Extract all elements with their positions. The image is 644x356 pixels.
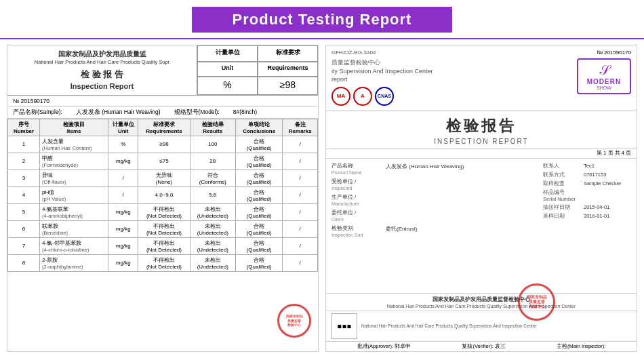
th-req: 标准要求Requirements (138, 119, 190, 136)
val-checker: Sample Checker (584, 180, 621, 187)
brand-box: 𝒮 MODERN SHOW (577, 58, 631, 94)
left-seal: 国家发制品质量监督检验中心 (277, 304, 311, 338)
cell-result: 符合(Conforms) (190, 170, 235, 186)
info-row-inspected: 受检单位 /Inspected (331, 178, 538, 191)
cell-remark: / (283, 220, 318, 237)
label-sort: 检验类别Inspection Sort (331, 225, 386, 238)
cell-item: 4-氯-邻甲基苯胺(4-chloro-o-toluidine) (40, 237, 108, 254)
right-org-footer: 国家发制品及护发用品质量监督检验中心 National Hair Product… (326, 293, 637, 311)
sign-approver: 批准(Approver): 郭卓申 (357, 343, 411, 350)
doc-number: № 201590170 (7, 96, 318, 107)
cell-unit: / (108, 170, 138, 186)
value-manufacturer (386, 194, 387, 200)
cell-item: pH值(pH Value) (40, 186, 108, 203)
sample-value: 人发发条 (Human Hair Weaving) (76, 108, 161, 117)
sidebar-phone: 联系方式 07617153 (543, 172, 631, 178)
right-cn-title: 检验报告 (326, 116, 637, 136)
sidebar-contact: 联系人 Tec1 (543, 163, 631, 170)
main-content: 国家发制品及护发用品质量监 National Hair Products And… (0, 39, 644, 356)
right-org-info: GFHZJZ-BG-3404 质量监督检验中心 ity Supervision … (331, 50, 479, 106)
right-info-area: 产品名称Product Name 人发发条 (Human Hair Weavin… (331, 163, 538, 289)
cell-item: 4-氨基联苯(4-aminobiphenyl) (40, 203, 108, 220)
cell-num: 3 (8, 170, 40, 186)
th-num: 序号Number (8, 119, 40, 136)
logo-cnas: CNAS (375, 87, 394, 106)
value-inspected (386, 178, 387, 184)
cell-conc: 合格(Qualified) (235, 237, 283, 254)
cell-result: 未检出(Undetected) (190, 203, 235, 220)
sidebar-checker: 取样检查 Sample Checker (543, 180, 631, 187)
right-document: GFHZJZ-BG-3404 质量监督检验中心 ity Supervision … (325, 45, 637, 352)
cell-req: 不得检出(Not Detected) (138, 203, 190, 220)
cell-conc: 合格(Qualified) (235, 186, 283, 203)
right-en-title: INSPECTION REPORT (326, 138, 637, 145)
th-result: 检验结果Results (190, 119, 235, 136)
qr-code: ▪▪▪ (331, 313, 357, 339)
cell-result: 未检出(Undetected) (190, 237, 235, 254)
cell-unit: mg/kg (108, 203, 138, 220)
cell-item: 异味(Off-flavor) (40, 170, 108, 186)
cell-num: 6 (8, 220, 40, 237)
table-row: 6 联苯胺(Benzidine) mg/kg 不得检出(Not Detected… (8, 220, 318, 237)
value-client (386, 210, 387, 216)
sign-verifier: 复核(Verifier): 袁三 (462, 343, 506, 350)
info-row-sort: 检验类别Inspection Sort 委托(Entrust) (331, 225, 538, 238)
cell-unit: / (108, 186, 138, 203)
cell-remark: / (283, 170, 318, 186)
cell-req: 不得检出(Not Detected) (138, 220, 190, 237)
right-org-id: GFHZJZ-BG-3404 (331, 50, 479, 56)
right-footer-area: ▪▪▪ National Hair Products And Hair Care… (326, 311, 637, 341)
val-contact: Tec1 (584, 163, 595, 170)
doc-unit-area: 计量单位 标准要求 Unit Requirements % ≥98 (197, 45, 318, 95)
logo-a: A (353, 87, 372, 106)
label-checker: 取样检查 (543, 180, 584, 187)
table-row: 8 2-萘胺(2-naphthylamine) mg/kg 不得检出(Not D… (8, 254, 318, 271)
inspection-table: 序号Number 检验项目Items 计量单位Unit 标准要求Requirem… (7, 119, 318, 272)
label-serial: 样品编号Serial Number (543, 189, 584, 202)
req-value: ≥98 (258, 77, 318, 95)
cell-result: 100 (190, 136, 235, 153)
doc-cn-title: 国家发制品及护发用品质量监 (13, 50, 191, 59)
info-row-product: 产品名称Product Name 人发发条 (Human Hair Weavin… (331, 163, 538, 176)
unit-label-en: Unit (197, 62, 258, 76)
cell-num: 7 (8, 237, 40, 254)
brand-icon: 𝒮 (599, 62, 609, 78)
model-label: 规格型号(Model): (174, 108, 220, 117)
cell-item: 甲醛(Formaldehyde) (40, 153, 108, 170)
cell-remark: / (283, 254, 318, 271)
cell-conc: 合格(Qualified) (235, 254, 283, 271)
cell-item: 联苯胺(Benzidine) (40, 220, 108, 237)
right-logos: MA A CNAS (331, 87, 420, 106)
brand-sub: SHOW (597, 85, 611, 90)
val-receive-date: 2016-01-01 (584, 213, 609, 220)
val-serial (584, 189, 585, 202)
cell-unit: mg/kg (108, 254, 138, 271)
label-product: 产品名称Product Name (331, 163, 386, 176)
label-phone: 联系方式 (543, 172, 584, 178)
model-value: 8#(8inch) (233, 108, 257, 117)
sign-row: 批准(Approver): 郭卓申 复核(Verifier): 袁三 主检(Ma… (326, 341, 637, 351)
logo-ma: MA (331, 87, 350, 106)
footer-address: National Hair Products And Hair Care Pro… (361, 323, 631, 330)
right-doc-top: GFHZJZ-BG-3404 质量监督检验中心 ity Supervision … (326, 45, 637, 111)
cell-req: 不得检出(Not Detected) (138, 254, 190, 271)
unit-value: % (197, 77, 258, 95)
cell-remark: / (283, 186, 318, 203)
table-row: 1 人发含量(Human Hair Content) % ≥98 100 合格(… (8, 136, 318, 153)
cell-req: 4.0~9.0 (138, 186, 190, 203)
label-inspected: 受检单位 /Inspected (331, 178, 386, 191)
th-remark: 备注Remarks (283, 119, 318, 136)
cell-conc: 合格(Qualified) (235, 136, 283, 153)
right-sidebar: 联系人 Tec1 联系方式 07617153 取样检查 Sample Check… (543, 163, 631, 289)
unit-label-cn: 计量单位 (197, 45, 258, 62)
doc-left-header: 国家发制品及护发用品质量监 National Hair Products And… (7, 45, 318, 96)
cell-unit: mg/kg (108, 220, 138, 237)
right-title-area: 检验报告 INSPECTION REPORT (326, 111, 637, 149)
cell-conc: 合格(Qualified) (235, 220, 283, 237)
table-row: 7 4-氯-邻甲基苯胺(4-chloro-o-toluidine) mg/kg … (8, 237, 318, 254)
info-row-client: 委托单位 /Client (331, 210, 538, 222)
info-row-manufacturer: 生产单位 /Manufacturer (331, 194, 538, 207)
brand-name: MODERN (587, 78, 621, 85)
cell-req: ≥98 (138, 136, 190, 153)
cell-remark: / (283, 136, 318, 153)
